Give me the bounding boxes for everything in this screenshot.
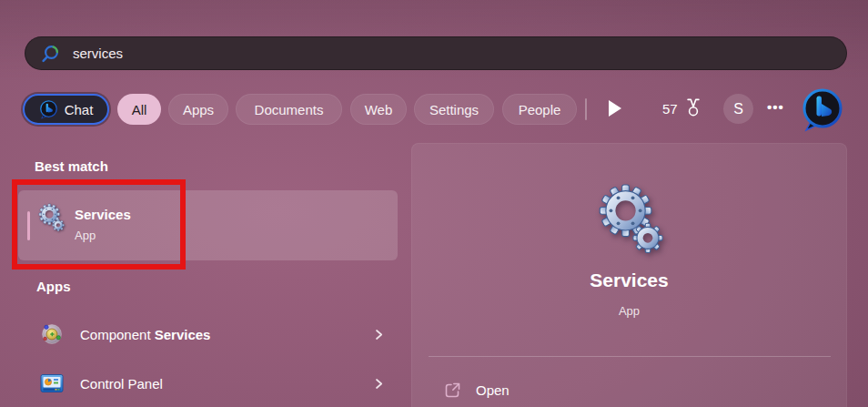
filter-tab-people[interactable]: People xyxy=(502,94,577,125)
play-button[interactable] xyxy=(607,99,623,117)
search-icon xyxy=(40,44,60,64)
filter-tab-label: Settings xyxy=(429,102,479,117)
filter-tab-apps[interactable]: Apps xyxy=(168,94,228,125)
filter-tab-label: Documents xyxy=(255,102,324,117)
open-action[interactable]: Open xyxy=(429,371,831,407)
chevron-right-icon[interactable] xyxy=(373,328,385,341)
more-options-button[interactable]: ••• xyxy=(767,99,784,115)
services-gears-icon xyxy=(36,202,66,235)
preview-title: Services xyxy=(412,270,846,291)
best-match-result-services[interactable]: Services App xyxy=(18,190,398,260)
search-input[interactable] xyxy=(73,46,832,61)
search-bar[interactable] xyxy=(25,36,847,70)
app-row-component-services[interactable]: Component Services xyxy=(18,313,398,355)
result-type: App xyxy=(75,229,131,242)
open-external-icon xyxy=(443,381,462,400)
preview-panel: Services App Open xyxy=(411,143,847,407)
selection-indicator xyxy=(27,211,30,240)
bing-chat-logo-button[interactable] xyxy=(801,86,844,136)
app-row-label: Component Services xyxy=(80,327,357,342)
ellipsis-icon: ••• xyxy=(767,99,784,115)
result-title: Services xyxy=(75,206,131,224)
filter-chat-label: Chat xyxy=(65,102,94,117)
rewards-button[interactable]: 57 xyxy=(662,97,703,119)
rewards-medal-icon xyxy=(683,97,703,119)
play-icon xyxy=(607,99,623,117)
bing-chat-icon xyxy=(39,99,58,119)
filter-tab-documents[interactable]: Documents xyxy=(236,94,342,125)
services-gears-icon-large xyxy=(593,180,666,257)
app-row-label: Control Panel xyxy=(80,376,357,392)
component-services-icon xyxy=(40,322,64,346)
filter-tab-settings[interactable]: Settings xyxy=(414,94,494,125)
preview-type: App xyxy=(412,304,846,318)
best-match-header: Best match xyxy=(35,158,108,174)
app-row-control-panel[interactable]: Control Panel xyxy=(18,362,398,404)
filter-tab-all[interactable]: All xyxy=(117,94,161,125)
divider xyxy=(429,356,831,357)
account-initial: S xyxy=(733,101,743,117)
chevron-right-icon[interactable] xyxy=(373,377,385,391)
open-label: Open xyxy=(476,382,510,398)
bing-logo-icon xyxy=(801,86,844,132)
apps-section-header: Apps xyxy=(36,279,71,294)
filter-tab-label: People xyxy=(519,102,561,117)
control-panel-icon xyxy=(40,371,64,395)
filter-tab-label: Web xyxy=(365,102,393,117)
filter-tab-web[interactable]: Web xyxy=(350,94,407,125)
filter-separator xyxy=(585,98,587,120)
filter-tab-label: All xyxy=(132,102,147,117)
account-avatar[interactable]: S xyxy=(723,94,753,124)
filter-chat-button[interactable]: Chat xyxy=(23,94,109,125)
filter-tab-label: Apps xyxy=(183,102,214,117)
rewards-count: 57 xyxy=(662,101,678,117)
